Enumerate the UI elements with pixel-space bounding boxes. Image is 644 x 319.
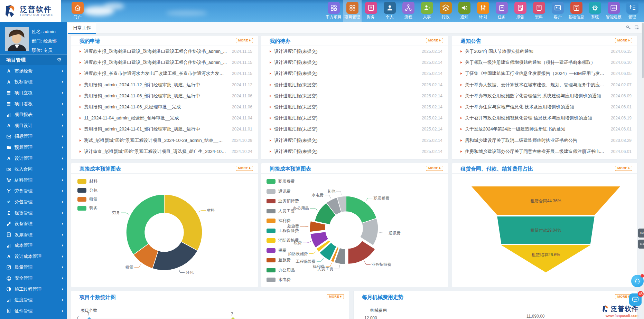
list-item[interactable]: 关于领取一级注册建造师增项贴的通知（须持一建证书前来领取） 2024.06.10 xyxy=(452,57,637,68)
legend-item[interactable]: 材料 xyxy=(77,178,97,184)
sidebar-item[interactable]: 项目立项 xyxy=(0,87,67,98)
key-icon[interactable] xyxy=(626,25,631,30)
list-item[interactable]: 设计进度汇报(未提交) 2025.02.14 xyxy=(261,57,448,68)
more-button[interactable]: MORE xyxy=(327,294,344,299)
legend-item[interactable]: 差旅费 xyxy=(267,257,299,263)
nav-item[interactable]: 财务 xyxy=(362,0,380,22)
nav-item[interactable]: 管理 xyxy=(623,0,642,22)
sidebar-item[interactable]: 租赁管理 xyxy=(0,207,67,219)
list-item[interactable]: 设计进度汇报(未提交) 2025.02.14 xyxy=(261,113,448,124)
sidebar-item[interactable]: 证件管理 xyxy=(0,306,67,317)
legend-item[interactable]: 消防设施费 xyxy=(267,238,299,243)
nav-item[interactable]: 资料 xyxy=(530,0,548,22)
nav-item-portal[interactable]: 门户 xyxy=(71,2,84,20)
list-item[interactable]: 关于举办大数据、云计算技术在城市建设、规划、管理与服务中的应用培训班... 20… xyxy=(452,79,637,90)
list-item[interactable]: 住房和城乡建设部办公厅关于同意吉林省开展二级建造师注册证书电子化试点... 20… xyxy=(452,146,637,157)
list-item[interactable]: 费用报销_admin_2024-11-06_部门经理审批_胡建,_运行中 202… xyxy=(71,90,258,102)
sidebar-item[interactable]: 预算管理 xyxy=(0,142,67,153)
nav-item[interactable]: 任务 xyxy=(492,0,511,22)
legend-item[interactable]: 办公用品 xyxy=(267,267,299,273)
sidebar-item[interactable]: 质量管理 xyxy=(0,262,67,273)
legend-item[interactable]: 税费 xyxy=(267,248,299,253)
list-item[interactable]: 于征集《中国建筑施工行业信息化发展报告（2024）—BIM应用与发展》材料...… xyxy=(452,68,637,79)
nav-item[interactable]: 客户 xyxy=(548,0,567,22)
list-item[interactable]: 费用报销_admin_2024-11-12_部门经理审批_胡建,_运行中 202… xyxy=(71,79,258,90)
pie-slice[interactable] xyxy=(164,194,202,251)
list-item[interactable]: 进度款申报_珠海鹤港口建设_珠海鹤港口建设工程合作协议书_admin_... 2… xyxy=(71,57,258,68)
nav-item[interactable]: 人事 xyxy=(418,0,436,22)
legend-item[interactable]: 劳务 xyxy=(77,205,97,211)
list-item[interactable]: 设计进度汇报(未提交) 2025.02.14 xyxy=(261,146,448,157)
nav-item[interactable]: 计划 xyxy=(474,0,492,22)
sidebar-item[interactable]: 收入合同 xyxy=(0,164,67,175)
nav-item[interactable]: 系统 xyxy=(586,0,604,22)
sidebar-item[interactable]: 市场经营 xyxy=(0,66,67,77)
funnel-segment[interactable] xyxy=(501,245,590,272)
scrollbar-thumb[interactable] xyxy=(642,23,644,78)
sidebar-item[interactable]: 劳务管理 xyxy=(0,186,67,197)
more-button[interactable]: MORE xyxy=(236,166,253,171)
list-item[interactable]: 房和城乡建设厅关于取消二级建造师临时执业证书的公告 2023.08.29 xyxy=(452,135,637,146)
list-item[interactable]: 进度款申报_珠海鹤港口建设_珠海鹤港口建设工程合作协议书_admin_... 2… xyxy=(71,46,258,57)
sidebar-item[interactable]: 招标管理 xyxy=(0,131,67,142)
legend-item[interactable]: 分包 xyxy=(77,187,97,193)
more-button[interactable]: MORE xyxy=(236,38,253,43)
list-item[interactable]: 设计进度汇报(未提交) 2025.02.14 xyxy=(261,124,448,135)
legend-item[interactable]: 福利费 xyxy=(267,218,299,224)
list-item[interactable]: 设计审查_彭祖新城"四馆"景观工程设计项目_请选择_胡广生_2024-10-2.… xyxy=(71,146,258,157)
nav-item[interactable]: 智能建模 xyxy=(604,0,623,22)
more-button[interactable]: MORE xyxy=(615,38,632,43)
rental-funnel-chart[interactable]: 租赁合同44.36%租赁付款29.04%租赁结算26.6% xyxy=(452,175,637,287)
voice-widget[interactable] xyxy=(638,240,644,249)
direct-cost-donut-chart[interactable]: 材料分包租赁劳务 xyxy=(71,175,258,287)
legend-item[interactable]: 人员工资 xyxy=(267,208,299,214)
list-item[interactable]: 进度款申报_长春市伊通河水力发电厂改建工程_长春市伊通河水力发电... 2024… xyxy=(71,68,258,79)
tab-daily-work[interactable]: 日常工作 xyxy=(68,22,96,34)
nav-item[interactable]: 报告 xyxy=(511,0,530,22)
sidebar-item[interactable]: 投标管理 xyxy=(0,77,67,88)
sidebar-item[interactable]: 施工过程管理 xyxy=(0,284,67,295)
sidebar-item[interactable]: 分包管理 xyxy=(0,196,67,207)
gear-icon[interactable] xyxy=(56,57,62,62)
sidebar-item[interactable]: 进度管理 xyxy=(0,294,67,306)
data-point-marker[interactable] xyxy=(231,317,235,319)
sidebar-item[interactable]: 材料管理 xyxy=(0,175,67,186)
nav-item[interactable]: 个人 xyxy=(380,0,399,22)
pie-slice[interactable] xyxy=(126,194,164,255)
legend-item[interactable]: 水电费 xyxy=(267,277,299,283)
sidebar-item[interactable]: 项目设计 xyxy=(0,120,67,131)
nav-item[interactable]: 项目管理 xyxy=(343,0,362,22)
list-item[interactable]: 费用报销_admin_2024-11-06_总经理审批__完成 2024.11.… xyxy=(71,102,258,113)
list-item[interactable]: 设计进度汇报(未提交) 2025.02.14 xyxy=(261,46,448,57)
external-link-icon[interactable] xyxy=(634,25,639,30)
legend-item[interactable]: 业务招待费 xyxy=(267,198,299,204)
list-item[interactable]: 关于举办市政公用设施数字化管理信息 系统建设与应用培训班的通知 2024.06.… xyxy=(452,90,637,102)
list-item[interactable]: 关于发放2024年第24批一级建造师注册证书的通知 2024.06.01 xyxy=(452,124,637,135)
sidebar-item[interactable]: 安全管理 xyxy=(0,273,67,284)
legend-item[interactable]: 通讯费 xyxy=(267,188,299,194)
legend-item[interactable]: 租赁 xyxy=(77,196,97,202)
chat-button[interactable]: 45 xyxy=(629,293,642,306)
list-item[interactable]: 测试_彭祖新城"四馆"景观工程设计项目_2024-10-29_admin_结束_… xyxy=(71,135,258,146)
sidebar-item[interactable]: 项目报表 xyxy=(0,109,67,120)
nav-item[interactable]: 甲方项目 xyxy=(324,0,343,22)
more-button[interactable]: MORE xyxy=(615,166,632,171)
list-item[interactable]: 设计进度汇报(未提交) 2025.02.14 xyxy=(261,90,448,102)
ca-certificate-widget[interactable]: CA xyxy=(638,229,644,238)
list-item[interactable]: 关于2024年国庆节放假安排的通知 2024.06.15 xyxy=(452,46,637,57)
nav-item[interactable]: 基础信息 xyxy=(567,0,586,22)
legend-item[interactable]: 工程保险费 xyxy=(267,228,299,234)
list-item[interactable]: 设计进度汇报(未提交) 2025.02.14 xyxy=(261,102,448,113)
list-item[interactable]: 设计进度汇报(未提交) 2025.02.14 xyxy=(261,68,448,79)
list-item[interactable]: 设计进度汇报(未提交) 2025.02.14 xyxy=(261,79,448,90)
avatar[interactable] xyxy=(5,27,29,51)
pie-slice[interactable] xyxy=(346,196,376,223)
data-point-marker[interactable] xyxy=(87,317,91,319)
project-count-line-chart[interactable] xyxy=(71,315,349,319)
legend-item[interactable]: 其他 xyxy=(267,287,299,288)
more-button[interactable]: MORE xyxy=(426,166,443,171)
customer-service-button[interactable] xyxy=(631,275,644,287)
sidebar-item[interactable]: 项目看板 xyxy=(0,98,67,109)
list-item[interactable]: 费用报销_admin_2024-11-01_部门经理审批_胡建,_运行中 202… xyxy=(71,124,258,135)
nav-item[interactable]: 行政 xyxy=(436,0,455,22)
